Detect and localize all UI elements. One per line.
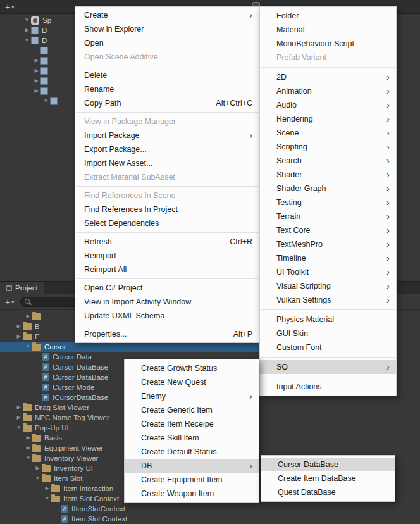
expander-icon[interactable]: ▶ xyxy=(43,486,51,491)
menu-item-quest-database[interactable]: Quest DataBase xyxy=(261,485,395,499)
menu-item-open[interactable]: Open xyxy=(75,36,259,50)
menu-item-find-references-in-project[interactable]: Find References In Project xyxy=(75,203,259,216)
menu-item-create-generic-item[interactable]: Create Generic Item xyxy=(125,403,259,417)
expander-icon[interactable]: ▶ xyxy=(15,334,23,339)
expander-icon[interactable]: ▶ xyxy=(15,324,23,329)
menu-item-view-in-import-activity-window[interactable]: View in Import Activity Window xyxy=(75,295,259,309)
project-item-item-slot-context[interactable]: #Item Slot Context xyxy=(0,514,397,524)
menu-item-create-item-receipe[interactable]: Create Item Receipe xyxy=(125,417,259,431)
tab-project[interactable]: Project xyxy=(0,282,44,294)
add-button[interactable]: + ▾ xyxy=(3,1,16,13)
expander-icon[interactable]: ▼ xyxy=(34,476,42,481)
menu-item-so[interactable]: SO› xyxy=(260,360,396,374)
menu-item-import-package[interactable]: Import Package› xyxy=(75,128,259,142)
menu-item-create-equipment-item[interactable]: Create Equipment Item xyxy=(125,473,259,487)
project-item-iitemslotcontext[interactable]: #IItemSlotContext xyxy=(0,504,397,514)
menu-item-label: Create Skill Item xyxy=(141,434,199,442)
expander-icon[interactable]: ▶ xyxy=(24,314,32,319)
menu-item-delete[interactable]: Delete xyxy=(75,68,259,82)
menu-item-ui-toolkit[interactable]: UI Toolkit› xyxy=(260,265,396,279)
menu-item-scene[interactable]: Scene› xyxy=(260,126,396,140)
menu-item-visual-scripting[interactable]: Visual Scripting› xyxy=(260,279,396,293)
menu-item-gui-skin[interactable]: GUI Skin xyxy=(260,327,396,340)
menu-item-open-c-project[interactable]: Open C# Project xyxy=(75,281,259,295)
menu-item-audio[interactable]: Audio› xyxy=(260,98,396,112)
expander-icon[interactable]: ▶ xyxy=(32,89,40,94)
expander-icon[interactable]: ▶ xyxy=(15,415,23,420)
expander-icon[interactable]: ▼ xyxy=(24,344,32,349)
menu-item-timeline[interactable]: Timeline› xyxy=(260,251,396,265)
expander-icon[interactable]: ▶ xyxy=(32,78,40,84)
menu-item-import-new-asset[interactable]: Import New Asset... xyxy=(75,156,259,170)
expander-icon[interactable]: ▶ xyxy=(32,68,40,73)
menu-item-rendering[interactable]: Rendering› xyxy=(260,112,396,126)
menu-item-textmeshpro[interactable]: TextMeshPro› xyxy=(260,237,396,251)
item-label: ICursorDataBase xyxy=(52,394,108,401)
menu-item-enemy[interactable]: Enemy› xyxy=(125,389,259,403)
menu-item-rename[interactable]: Rename xyxy=(75,82,259,96)
expander-icon[interactable]: ▼ xyxy=(23,38,31,43)
menu-item-monobehaviour-script[interactable]: MonoBehaviour Script xyxy=(260,37,396,51)
script-icon: # xyxy=(61,515,68,523)
menu-item-label: Cursor DataBase xyxy=(278,460,338,469)
menu-item-properties[interactable]: Properties...Alt+P xyxy=(75,327,259,341)
menu-item-label: Export Package... xyxy=(84,145,147,154)
menu-item-terrain[interactable]: Terrain› xyxy=(260,209,396,223)
menu-item-create-item-database[interactable]: Create Item DataBase xyxy=(261,471,395,485)
menu-item-label: Folder xyxy=(276,11,299,20)
menu-item-2d[interactable]: 2D› xyxy=(260,70,396,84)
expander-icon[interactable]: ▼ xyxy=(15,425,23,430)
menu-item-shader[interactable]: Shader› xyxy=(260,168,396,182)
menu-item-create-growth-status[interactable]: Create Growth Status xyxy=(125,361,259,375)
expander-icon[interactable]: ▶ xyxy=(34,466,42,471)
expander-icon[interactable]: ▼ xyxy=(43,496,51,501)
menu-item-scripting[interactable]: Scripting› xyxy=(260,140,396,154)
folder-icon xyxy=(23,425,32,432)
menu-item-create-weapon-item[interactable]: Create Weapon Item xyxy=(125,487,259,501)
menu-item-reimport[interactable]: Reimport xyxy=(75,249,259,263)
menu-item-export-package[interactable]: Export Package... xyxy=(75,142,259,156)
menu-shortcut: Alt+P xyxy=(218,330,252,339)
cube-icon xyxy=(31,37,39,44)
menu-item-db[interactable]: DB› xyxy=(125,459,259,473)
menu-item-cursor-database[interactable]: Cursor DataBase xyxy=(261,458,395,471)
expander-icon[interactable]: ▼ xyxy=(24,456,32,461)
menu-item-custom-font[interactable]: Custom Font xyxy=(260,340,396,354)
menu-item-show-in-explorer[interactable]: Show in Explorer xyxy=(75,22,259,36)
menu-item-input-actions[interactable]: Input Actions xyxy=(260,380,396,394)
expander-icon[interactable]: ▶ xyxy=(23,28,31,33)
menu-item-shader-graph[interactable]: Shader Graph› xyxy=(260,182,396,196)
menu-item-testing[interactable]: Testing› xyxy=(260,196,396,209)
menu-item-search[interactable]: Search› xyxy=(260,154,396,168)
menu-item-update-uxml-schema[interactable]: Update UXML Schema xyxy=(75,309,259,323)
expander-icon[interactable]: ▶ xyxy=(24,435,32,440)
add-button[interactable]: + ▾ xyxy=(3,296,16,308)
submenu-arrow-icon: › xyxy=(386,253,390,263)
menu-item-select-dependencies[interactable]: Select Dependencies xyxy=(75,216,259,230)
menu-item-reimport-all[interactable]: Reimport All xyxy=(75,263,259,277)
menu-item-physics-material[interactable]: Physics Material xyxy=(260,313,396,327)
menu-item-find-references-in-scene: Find References In Scene xyxy=(75,189,259,203)
menu-item-create-default-status[interactable]: Create Default Status xyxy=(125,445,259,459)
menu-item-vulkan-settings[interactable]: Vulkan Settings› xyxy=(260,293,396,307)
menu-item-label: Open C# Project xyxy=(84,284,142,292)
expander-icon[interactable]: ▶ xyxy=(24,446,32,451)
menu-item-create[interactable]: Create› xyxy=(75,8,259,22)
menu-item-refresh[interactable]: RefreshCtrl+R xyxy=(75,235,259,249)
menu-item-material[interactable]: Material xyxy=(260,23,396,37)
expander-icon[interactable]: ▼ xyxy=(42,99,50,104)
expander-icon[interactable]: ▶ xyxy=(32,58,40,63)
menu-separator xyxy=(76,186,258,187)
menu-separator xyxy=(76,112,258,113)
expander-icon[interactable]: ▶ xyxy=(15,405,23,410)
menu-item-animation[interactable]: Animation› xyxy=(260,84,396,98)
menu-item-text-core[interactable]: Text Core› xyxy=(260,223,396,237)
menu-item-label: Copy Path xyxy=(84,99,121,108)
menu-item-create-new-quest[interactable]: Create New Quest xyxy=(125,375,259,389)
menu-item-label: Create New Quest xyxy=(141,378,206,387)
expander-icon[interactable]: ▼ xyxy=(23,18,31,23)
menu-item-create-skill-item[interactable]: Create Skill Item xyxy=(125,431,259,445)
menu-item-folder[interactable]: Folder xyxy=(260,9,396,23)
menu-item-copy-path[interactable]: Copy PathAlt+Ctrl+C xyxy=(75,96,259,110)
submenu-arrow-icon: › xyxy=(386,239,390,249)
